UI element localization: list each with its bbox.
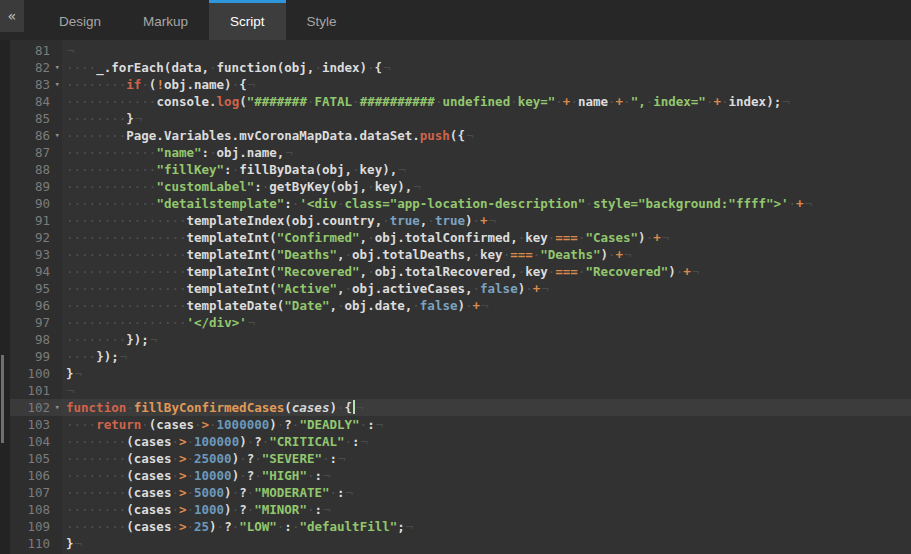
code-line-text[interactable]: ················templateIndex(obj.countr… xyxy=(62,212,911,229)
space-dot: · xyxy=(209,60,217,75)
line-number: 100 xyxy=(10,365,62,382)
fold-arrow-icon[interactable]: ▾ xyxy=(55,59,60,76)
code-line-text[interactable]: ¬ xyxy=(62,382,911,399)
line-number: 86▾ xyxy=(10,127,62,144)
code-line[interactable]: 94················templateInt("Recovered… xyxy=(0,263,911,280)
space-dot: · xyxy=(81,298,89,313)
eol-marker: ¬ xyxy=(376,417,384,432)
code-line[interactable]: 88············"fillKey":·fillByData(obj,… xyxy=(0,161,911,178)
collapse-panel-button[interactable]: « xyxy=(0,0,24,32)
code-line-text[interactable]: ············"detailstemplate":·'<div·cla… xyxy=(62,195,911,212)
eol-marker: ¬ xyxy=(135,111,143,126)
fold-arrow-icon[interactable]: ▾ xyxy=(55,127,60,144)
code-line[interactable]: 85········}¬ xyxy=(0,110,911,127)
code-line-text[interactable]: ················templateInt("Deaths",·ob… xyxy=(62,246,911,263)
space-dot: · xyxy=(74,519,82,534)
space-dot: · xyxy=(126,264,134,279)
code-line[interactable]: 101¬ xyxy=(0,382,911,399)
code-line-text[interactable]: ············"fillKey":·fillByData(obj,·k… xyxy=(62,161,911,178)
code-line-text[interactable]: ········});¬ xyxy=(62,331,911,348)
space-dot: · xyxy=(96,485,104,500)
space-dot: · xyxy=(262,179,270,194)
code-line[interactable]: 99····});¬ xyxy=(0,348,911,365)
code-line-text[interactable]: ········}¬ xyxy=(62,110,911,127)
code-line[interactable]: 100}¬ xyxy=(0,365,911,382)
eol-marker: ¬ xyxy=(361,434,369,449)
code-line-text[interactable]: ················templateDate("Date",·obj… xyxy=(62,297,911,314)
code-line[interactable]: 96················templateDate("Date",·o… xyxy=(0,297,911,314)
space-dot: · xyxy=(74,111,82,126)
code-line-text[interactable]: ········if·(!obj.name)·{¬ xyxy=(62,76,911,93)
code-line[interactable]: 93················templateInt("Deaths",·… xyxy=(0,246,911,263)
code-line-text[interactable]: }¬ xyxy=(62,365,911,382)
code-line[interactable]: 103····return·(cases·>·1000000)·?·"DEADL… xyxy=(0,416,911,433)
tab-markup[interactable]: Markup xyxy=(122,0,209,40)
code-line[interactable]: 87············"name":·obj.name,¬ xyxy=(0,144,911,161)
code-line-text[interactable]: ········(cases·>·10000)·?·"HIGH"·:¬ xyxy=(62,467,911,484)
code-line-text[interactable]: }¬ xyxy=(62,535,911,552)
eol-marker: ¬ xyxy=(489,213,497,228)
code-line-text[interactable]: ········(cases·>·25000)·?·"SEVERE"·:¬ xyxy=(62,450,911,467)
space-dot: · xyxy=(156,247,164,262)
code-line[interactable]: 107········(cases·>·5000)·?·"MODERATE"·:… xyxy=(0,484,911,501)
code-line-text[interactable]: ····});¬ xyxy=(62,348,911,365)
code-line-text[interactable]: ················templateInt("Recovered",… xyxy=(62,263,911,280)
code-line[interactable]: 95················templateInt("Active",·… xyxy=(0,280,911,297)
code-line-text[interactable]: ············"customLabel":·getByKey(obj,… xyxy=(62,178,911,195)
space-dot: · xyxy=(66,77,74,92)
code-line-text[interactable]: ¬ xyxy=(62,42,911,59)
tab-design[interactable]: Design xyxy=(38,0,122,40)
code-line-text[interactable]: function·fillByConfirmedCases(cases)·{¬ xyxy=(62,399,911,416)
code-line[interactable]: 82▾····_.forEach(data,·function(obj,·ind… xyxy=(0,59,911,76)
code-line[interactable]: 84············console.log("#######·FATAL… xyxy=(0,93,911,110)
eol-marker: ¬ xyxy=(67,383,75,398)
code-line-text[interactable]: ················templateInt("Active",·ob… xyxy=(62,280,911,297)
code-line-text[interactable]: ················templateInt("Confirmed",… xyxy=(62,229,911,246)
code-line[interactable]: 105········(cases·>·25000)·?·"SEVERE"·:¬ xyxy=(0,450,911,467)
fold-arrow-icon[interactable]: ▾ xyxy=(55,76,60,93)
code-line[interactable]: 110}¬ xyxy=(0,535,911,552)
space-dot: · xyxy=(119,519,127,534)
space-dot: · xyxy=(254,468,262,483)
space-dot: · xyxy=(473,281,481,296)
code-line[interactable]: 86▾········Page.Variables.mvCoronaMapDat… xyxy=(0,127,911,144)
code-line[interactable]: 97················'</div>'¬ xyxy=(0,314,911,331)
fold-arrow-icon[interactable]: ▾ xyxy=(55,399,60,416)
code-line-text[interactable]: ········(cases·>·25)·?·"LOW"·:·"defaultF… xyxy=(62,518,911,535)
code-line[interactable]: 89············"customLabel":·getByKey(ob… xyxy=(0,178,911,195)
code-line[interactable]: 83▾········if·(!obj.name)·{¬ xyxy=(0,76,911,93)
space-dot: · xyxy=(126,298,134,313)
space-dot: · xyxy=(179,264,187,279)
code-line[interactable]: 102▾function·fillByConfirmedCases(cases)… xyxy=(0,399,911,416)
space-dot: · xyxy=(74,213,82,228)
space-dot: · xyxy=(141,264,149,279)
code-line[interactable]: 81¬ xyxy=(0,42,911,59)
code-line-text[interactable]: ················'</div>'¬ xyxy=(62,314,911,331)
code-line[interactable]: 92················templateInt("Confirmed… xyxy=(0,229,911,246)
code-line[interactable]: 104········(cases·>·100000)·?·"CRITICAL"… xyxy=(0,433,911,450)
code-line[interactable]: 106········(cases·>·10000)·?·"HIGH"·:¬ xyxy=(0,467,911,484)
line-number: 83▾ xyxy=(10,76,62,93)
line-number: 91 xyxy=(10,212,62,229)
code-line-text[interactable]: ············console.log("#######·FATAL·#… xyxy=(62,93,911,110)
tab-group: Design Markup Script Style xyxy=(38,0,358,40)
space-dot: · xyxy=(66,230,74,245)
eol-marker: ¬ xyxy=(662,230,670,245)
code-line-text[interactable]: ········(cases·>·100000)·?·"CRITICAL"·:¬ xyxy=(62,433,911,450)
code-editor[interactable]: 81¬82▾····_.forEach(data,·function(obj,·… xyxy=(0,40,911,554)
code-line[interactable]: 90············"detailstemplate":·'<div·c… xyxy=(0,195,911,212)
code-line[interactable]: 108········(cases·>·1000)·?·"MINOR"·:¬ xyxy=(0,501,911,518)
code-line-text[interactable]: ········(cases·>·1000)·?·"MINOR"·:¬ xyxy=(62,501,911,518)
tab-style[interactable]: Style xyxy=(286,0,358,40)
code-line[interactable]: 98········});¬ xyxy=(0,331,911,348)
code-line-text[interactable]: ········Page.Variables.mvCoronaMapData.d… xyxy=(62,127,911,144)
code-line-text[interactable]: ····return·(cases·>·1000000)·?·"DEADLY"·… xyxy=(62,416,911,433)
space-dot: · xyxy=(141,213,149,228)
code-line-text[interactable]: ········(cases·>·5000)·?·"MODERATE"·:¬ xyxy=(62,484,911,501)
code-line[interactable]: 109········(cases·>·25)·?·"LOW"·:·"defau… xyxy=(0,518,911,535)
tab-script[interactable]: Script xyxy=(209,0,286,40)
space-dot: · xyxy=(111,434,119,449)
code-line-text[interactable]: ············"name":·obj.name,¬ xyxy=(62,144,911,161)
code-line-text[interactable]: ····_.forEach(data,·function(obj,·index)… xyxy=(62,59,911,76)
code-line[interactable]: 91················templateIndex(obj.coun… xyxy=(0,212,911,229)
